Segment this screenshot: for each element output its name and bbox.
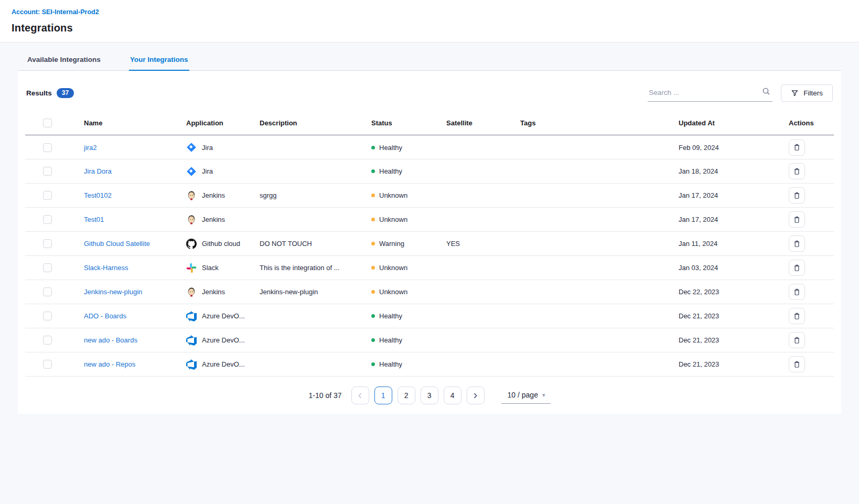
updated-at-value: Dec 21, 2023: [679, 328, 789, 352]
status-dot-icon: [371, 146, 375, 149]
jenkins-icon: [186, 287, 197, 297]
delete-button[interactable]: [789, 356, 805, 372]
row-checkbox[interactable]: [43, 167, 52, 176]
search-box: [648, 84, 772, 102]
select-all-checkbox[interactable]: [43, 119, 52, 127]
integration-name-link[interactable]: ADO - Boards: [84, 312, 126, 320]
integration-name-link[interactable]: Jenkins-new-plugin: [84, 288, 142, 296]
table-row: Jira DoraJiraHealthyJan 18, 2024: [25, 159, 834, 184]
tags-value: [520, 256, 679, 280]
row-checkbox[interactable]: [43, 336, 52, 345]
table-row: Test0102JenkinssgrggUnknownJan 17, 2024: [25, 184, 834, 208]
tags-value: [520, 328, 679, 352]
status-dot-icon: [371, 290, 375, 294]
status-label: Healthy: [379, 336, 402, 344]
integration-name-link[interactable]: new ado - Repos: [84, 360, 135, 368]
status-dot-icon: [371, 194, 375, 197]
pagination-page-button-4[interactable]: 4: [444, 387, 461, 404]
description-text: [260, 159, 371, 184]
account-breadcrumb-link[interactable]: Account: SEI-Internal-Prod2: [12, 8, 99, 16]
delete-button[interactable]: [789, 235, 805, 252]
satellite-value: [446, 208, 520, 232]
pagination-page-button-3[interactable]: 3: [421, 387, 438, 404]
satellite-value: [446, 304, 520, 328]
status-label: Warning: [379, 240, 404, 248]
integration-name-link[interactable]: Test0102: [84, 191, 112, 199]
integration-name-link[interactable]: Jira Dora: [84, 167, 112, 175]
integration-name-link[interactable]: Test01: [84, 216, 104, 223]
tags-value: [520, 135, 679, 159]
integrations-card: Results 37 Filters: [18, 71, 841, 414]
satellite-value: [446, 352, 520, 377]
application-label: Azure DevO...: [202, 312, 245, 320]
satellite-value: [446, 280, 520, 304]
status-label: Healthy: [379, 144, 402, 152]
description-text: Jenkins-new-plugin: [260, 280, 371, 304]
pagination-page-button-2[interactable]: 2: [398, 387, 415, 404]
pagination-next-button[interactable]: [467, 387, 485, 404]
column-header-actions: Actions: [789, 112, 834, 135]
column-header-status: Status: [371, 112, 446, 135]
description-text: [260, 352, 371, 377]
integration-name-link[interactable]: new ado - Boards: [84, 336, 137, 344]
updated-at-value: Dec 21, 2023: [679, 352, 789, 377]
tab-available-integrations[interactable]: Available Integrations: [26, 50, 102, 70]
application-label: Jira: [202, 167, 213, 175]
application-label: Github cloud: [202, 240, 240, 248]
row-checkbox[interactable]: [43, 263, 52, 272]
row-checkbox[interactable]: [43, 239, 52, 248]
satellite-value: [446, 328, 520, 352]
table-row: Jenkins-new-pluginJenkinsJenkins-new-plu…: [25, 280, 834, 304]
search-input[interactable]: [649, 89, 762, 96]
updated-at-value: Jan 03, 2024: [679, 256, 789, 280]
tab-your-integrations[interactable]: Your Integrations: [129, 50, 189, 70]
filters-button[interactable]: Filters: [781, 84, 833, 102]
integration-name-link[interactable]: Github Cloud Satellite: [84, 240, 150, 248]
description-text: sgrgg: [260, 184, 371, 208]
delete-button[interactable]: [789, 211, 805, 228]
row-checkbox[interactable]: [43, 312, 52, 320]
delete-button[interactable]: [789, 284, 805, 300]
page-size-value: 10 / page: [508, 391, 538, 399]
delete-button[interactable]: [789, 332, 805, 348]
row-checkbox[interactable]: [43, 143, 52, 152]
table-row: Slack-HarnessSlackThis is the integratio…: [25, 256, 834, 280]
row-checkbox[interactable]: [43, 215, 52, 224]
description-text: [260, 328, 371, 352]
application-label: Jira: [202, 144, 213, 152]
status-label: Healthy: [379, 360, 402, 368]
delete-button[interactable]: [789, 260, 805, 276]
page-size-select[interactable]: 10 / page ▾: [501, 387, 551, 404]
updated-at-value: Jan 17, 2024: [679, 208, 789, 232]
table-row: Github Cloud SatelliteGithub cloudDO NOT…: [25, 232, 834, 256]
column-header-name: Name: [84, 112, 186, 135]
satellite-value: [446, 184, 520, 208]
row-checkbox[interactable]: [43, 360, 52, 369]
delete-button[interactable]: [789, 187, 805, 203]
delete-button[interactable]: [789, 308, 805, 324]
description-text: This is the integration of ...: [260, 256, 371, 280]
search-icon: [762, 87, 770, 98]
pagination-page-button-1[interactable]: 1: [374, 387, 392, 404]
delete-button[interactable]: [789, 163, 805, 179]
azure-icon: [186, 359, 197, 370]
filter-funnel-icon: [791, 89, 799, 97]
satellite-value: [446, 159, 520, 184]
integration-name-link[interactable]: jira2: [84, 144, 97, 152]
tags-value: [520, 352, 679, 377]
chevron-down-icon: ▾: [542, 392, 545, 399]
delete-button[interactable]: [789, 140, 805, 156]
application-label: Jenkins: [202, 216, 225, 223]
application-label: Slack: [202, 264, 219, 272]
tags-value: [520, 208, 679, 232]
tags-value: [520, 184, 679, 208]
row-checkbox[interactable]: [43, 191, 52, 200]
column-header-tags: Tags: [520, 112, 679, 135]
description-text: [260, 208, 371, 232]
status-dot-icon: [371, 266, 375, 270]
pagination-prev-button[interactable]: [351, 387, 369, 404]
row-checkbox[interactable]: [43, 287, 52, 296]
column-header-satellite: Satellite: [446, 112, 520, 135]
status-dot-icon: [371, 169, 375, 173]
integration-name-link[interactable]: Slack-Harness: [84, 264, 128, 272]
